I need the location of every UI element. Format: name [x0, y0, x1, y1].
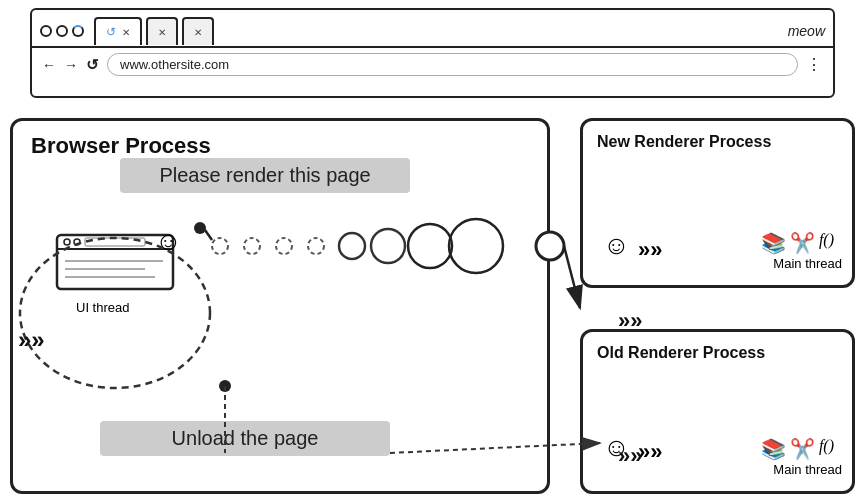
forward-button[interactable]: →: [64, 57, 78, 73]
new-renderer-face: ☺: [603, 230, 630, 261]
tab-active[interactable]: ↺ ✕: [94, 17, 142, 45]
old-renderer-box: Old Renderer Process 📚 ✂️ f() ☺ »» Main …: [580, 329, 855, 494]
old-renderer-label: Old Renderer Process: [597, 344, 765, 362]
old-renderer-chevrons: »»: [638, 439, 662, 465]
diagram-area: Browser Process New Renderer Process 📚 ✂…: [0, 108, 865, 504]
render-message-text: Please render this page: [159, 164, 370, 186]
new-main-thread-label: Main thread: [773, 256, 842, 271]
tab-2[interactable]: ✕: [146, 17, 178, 45]
back-button[interactable]: ←: [42, 57, 56, 73]
book-icon: 📚: [761, 231, 786, 255]
new-renderer-label: New Renderer Process: [597, 133, 771, 151]
function-icon: f(): [819, 231, 834, 255]
tab-loading-indicator: ↺: [106, 25, 116, 39]
svg-line-20: [564, 246, 580, 308]
tab-bar: ↺ ✕ ✕ ✕ meow: [32, 10, 833, 48]
address-bar-row: ← → ↺ ⋮: [32, 48, 833, 81]
window-controls: [40, 25, 84, 37]
tab-3[interactable]: ✕: [182, 17, 214, 45]
meow-label: meow: [788, 23, 825, 39]
window-minimize[interactable]: [56, 25, 68, 37]
old-function-icon: f(): [819, 437, 834, 461]
old-scissors-icon: ✂️: [790, 437, 815, 461]
browser-chrome: ↺ ✕ ✕ ✕ meow ← → ↺ ⋮: [30, 8, 835, 98]
refresh-button[interactable]: ↺: [86, 56, 99, 74]
render-message-banner: Please render this page: [120, 158, 410, 193]
window-close[interactable]: [40, 25, 52, 37]
unload-message-text: Unload the page: [172, 427, 319, 449]
browser-process-label: Browser Process: [31, 133, 211, 159]
old-book-icon: 📚: [761, 437, 786, 461]
new-renderer-icons: 📚 ✂️ f(): [761, 231, 834, 255]
browser-face: ☺: [155, 226, 182, 257]
old-renderer-icons: 📚 ✂️ f(): [761, 437, 834, 461]
new-renderer-chevrons: »»: [638, 237, 662, 263]
old-main-thread-label: Main thread: [773, 462, 842, 477]
address-input[interactable]: [107, 53, 798, 76]
ui-thread-label: UI thread: [76, 300, 129, 315]
scissors-icon: ✂️: [790, 231, 815, 255]
tab-close-3[interactable]: ✕: [194, 27, 202, 38]
tab-close-2[interactable]: ✕: [158, 27, 166, 38]
more-button[interactable]: ⋮: [806, 55, 823, 74]
unload-message-banner: Unload the page: [100, 421, 390, 456]
tab-close-active[interactable]: ✕: [122, 27, 130, 38]
new-renderer-box: New Renderer Process 📚 ✂️ f() ☺ »» Main …: [580, 118, 855, 288]
window-maximize[interactable]: [72, 25, 84, 37]
old-renderer-face: ☺: [603, 432, 630, 463]
